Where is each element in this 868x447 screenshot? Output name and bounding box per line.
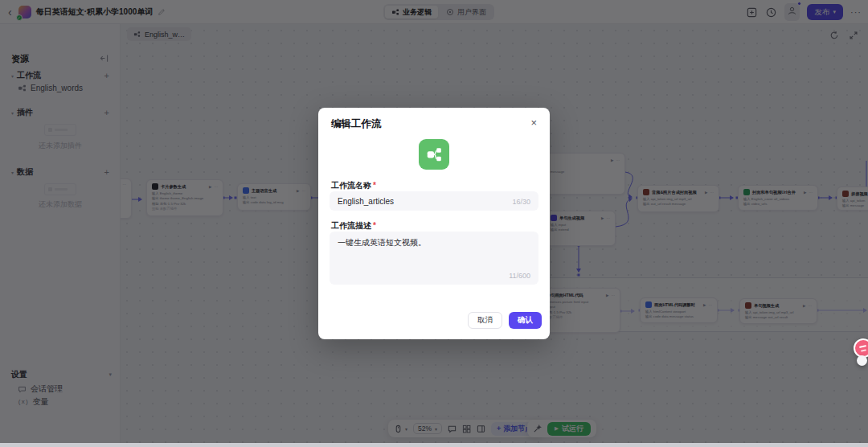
edit-workflow-modal: 编辑工作流 × 工作流名称* 16/30 工作流描述* 一键生成英语短文视频。 …	[318, 108, 550, 339]
horizontal-scrollbar[interactable]	[0, 443, 868, 447]
required-mark: *	[373, 181, 376, 190]
modal-title: 编辑工作流	[331, 117, 382, 131]
modal-footer: 取消 确认	[468, 312, 542, 329]
cancel-button[interactable]: 取消	[468, 312, 502, 329]
workflow-avatar[interactable]	[419, 139, 449, 170]
required-mark: *	[373, 221, 376, 230]
assistant-drag-handle[interactable]	[857, 355, 867, 366]
assistant-float-widget[interactable]	[854, 338, 868, 366]
app-root: ‹ ✓ 每日英语短文·积累小学1000单词 业务逻辑 用户界面 发布	[0, 0, 868, 447]
workflow-desc-label: 工作流描述*	[331, 220, 376, 232]
workflow-name-label: 工作流名称*	[331, 180, 376, 191]
confirm-button[interactable]: 确认	[509, 312, 542, 329]
workflow-icon	[425, 146, 443, 163]
workflow-desc-textarea[interactable]: 一键生成英语短文视频。	[330, 232, 538, 285]
workflow-name-label-text: 工作流名称	[331, 181, 371, 190]
workflow-name-input[interactable]	[330, 191, 538, 211]
close-icon[interactable]: ×	[529, 115, 538, 130]
name-char-counter: 16/30	[512, 198, 530, 206]
workflow-desc-label-text: 工作流描述	[331, 221, 371, 230]
desc-char-counter: 11/600	[509, 272, 530, 280]
